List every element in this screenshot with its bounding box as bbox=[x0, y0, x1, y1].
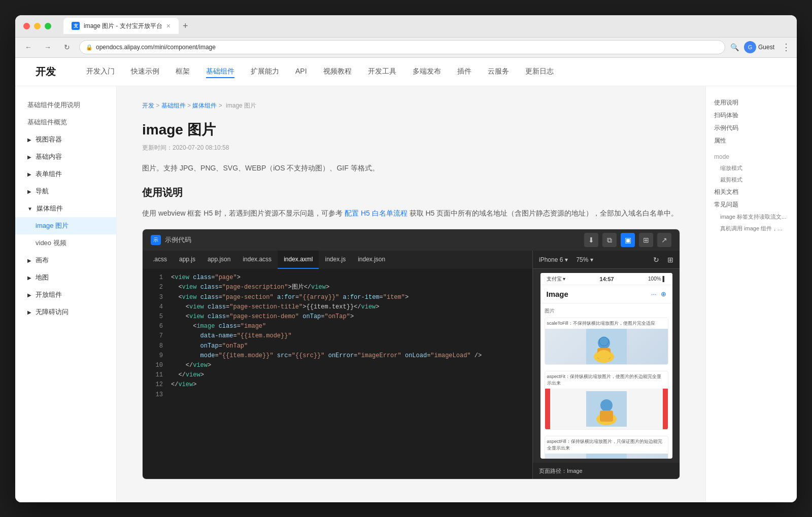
phone-content[interactable]: 图片 scaleToFill：不保持纵横比缩放图片，使图片完全适应 bbox=[540, 303, 672, 459]
code-line-8: 8 onTap="onTap" bbox=[143, 341, 532, 351]
toc-scale-mode[interactable]: 缩放模式 bbox=[714, 162, 789, 174]
sidebar-item-open[interactable]: ▶ 开放组件 bbox=[15, 286, 116, 303]
maximize-button[interactable] bbox=[45, 23, 51, 29]
nav-link-10[interactable]: 云服务 bbox=[488, 65, 509, 78]
toc-props[interactable]: 属性 bbox=[714, 134, 789, 147]
phone-image-caption-1: scaleToFill：不保持纵横比缩放图片，使图片完全适应 bbox=[545, 318, 668, 329]
toc-faq-2[interactable]: 真机调用 image 组件，... bbox=[714, 223, 789, 234]
sidebar-item-media[interactable]: ▼ 媒体组件 bbox=[15, 200, 116, 217]
demo-toolbar: 示 示例代码 ⬇ ⧉ ▣ ⊞ ↗ bbox=[143, 229, 680, 251]
close-button[interactable] bbox=[23, 23, 30, 29]
sidebar-item-basic-content[interactable]: ▶ 基础内容 bbox=[15, 148, 116, 165]
preview-refresh-button[interactable]: ↻ bbox=[653, 256, 659, 264]
nav-link-0[interactable]: 开发入门 bbox=[86, 65, 115, 78]
toc-code[interactable]: 示例代码 bbox=[714, 122, 789, 134]
grid-view-button[interactable]: ⊞ bbox=[639, 233, 653, 247]
phone-img-placeholder-1 bbox=[545, 329, 668, 364]
sidebar-item-video[interactable]: video 视频 bbox=[15, 234, 116, 252]
breadcrumb-components[interactable]: 基础组件 bbox=[161, 102, 186, 109]
doc-area: 开发 > 基础组件 > 媒体组件 > image 图片 image 图片 更新时… bbox=[117, 86, 705, 502]
nav-link-7[interactable]: 开发工具 bbox=[368, 65, 396, 78]
toc-qr[interactable]: 扫码体验 bbox=[714, 109, 789, 122]
toc-faq[interactable]: 常见问题 bbox=[714, 198, 789, 211]
phone-more-icon: ··· bbox=[651, 290, 657, 298]
nav-link-2[interactable]: 框架 bbox=[176, 65, 190, 78]
search-button[interactable]: 🔍 bbox=[730, 43, 739, 51]
zoom-chevron-icon: ▾ bbox=[590, 256, 593, 263]
nav-link-6[interactable]: 视频教程 bbox=[323, 65, 352, 78]
phone-app-header: Image ··· ⊕ bbox=[540, 285, 672, 303]
forward-button[interactable]: → bbox=[41, 40, 55, 54]
phone-img-placeholder-3 bbox=[545, 454, 668, 459]
update-time: 更新时间：2020-07-20 08:10:58 bbox=[142, 144, 680, 152]
file-tab-index-acss[interactable]: index.acss bbox=[236, 251, 278, 269]
sidebar-item-form[interactable]: ▶ 表单组件 bbox=[15, 165, 116, 183]
title-bar: 支 image 图片 - 支付宝开放平台 × + bbox=[15, 15, 797, 38]
breadcrumb-dev[interactable]: 开发 bbox=[142, 102, 154, 109]
sidebar-item-view-container[interactable]: ▶ 视图容器 bbox=[15, 131, 116, 148]
zoom-label: 75% bbox=[576, 256, 588, 263]
file-tabs: .acss app.js app.json index.acss index.a… bbox=[143, 251, 532, 269]
nav-link-4[interactable]: 扩展能力 bbox=[251, 65, 279, 78]
file-tab-index-axml[interactable]: index.axml bbox=[278, 251, 319, 269]
nav-link-5[interactable]: API bbox=[295, 65, 307, 78]
file-tab-appjs[interactable]: app.js bbox=[173, 251, 201, 269]
nav-links: 开发入门 快速示例 框架 基础组件 扩展能力 API 视频教程 开发工具 多端发… bbox=[86, 65, 554, 78]
code-line-1: 1 <view class="page"> bbox=[143, 273, 532, 283]
copy-button[interactable]: ⧉ bbox=[602, 233, 617, 247]
device-select[interactable]: iPhone 6 ▾ bbox=[539, 256, 568, 263]
minimize-button[interactable] bbox=[34, 23, 41, 29]
new-tab-button[interactable]: + bbox=[183, 21, 188, 31]
browser-tab[interactable]: 支 image 图片 - 支付宝开放平台 × bbox=[63, 18, 179, 34]
device-chevron-icon: ▾ bbox=[565, 256, 568, 263]
sidebar-item-guide[interactable]: 基础组件使用说明 bbox=[15, 96, 116, 114]
toc-faq-1[interactable]: image 标签支持读取流文... bbox=[714, 211, 789, 223]
phone-image-caption-2: aspectFit：保持纵横比缩放图片，使图片的长边能完全显示出来 bbox=[545, 371, 668, 389]
back-button[interactable]: ← bbox=[21, 40, 36, 54]
code-editor[interactable]: 1 <view class="page"> 2 <view class="pag… bbox=[143, 269, 532, 479]
code-line-10: 10 </view> bbox=[143, 361, 532, 370]
refresh-button[interactable]: ↻ bbox=[60, 40, 74, 54]
nav-link-8[interactable]: 多端发布 bbox=[413, 65, 441, 78]
svg-rect-9 bbox=[600, 410, 613, 422]
zoom-select[interactable]: 75% ▾ bbox=[576, 256, 593, 263]
sidebar-item-accessibility[interactable]: ▶ 无障碍访问 bbox=[15, 303, 116, 321]
file-tab-index-json[interactable]: index.json bbox=[352, 251, 391, 269]
sidebar-item-overview[interactable]: 基础组件概览 bbox=[15, 114, 116, 131]
nav-link-1[interactable]: 快速示例 bbox=[131, 65, 159, 78]
sidebar-item-image[interactable]: image 图片 bbox=[15, 217, 116, 234]
user-button[interactable]: G Guest bbox=[744, 41, 774, 53]
download-button[interactable]: ⬇ bbox=[584, 233, 598, 247]
phone-image-demo-2: aspectFit：保持纵横比缩放图片，使图片的长边能完全显示出来 bbox=[545, 371, 668, 430]
toc-usage[interactable]: 使用说明 bbox=[714, 96, 789, 109]
phone-screen: 支付宝 ▾ 14:57 100% ▌ Image ··· bbox=[540, 273, 672, 459]
sidebar-item-canvas[interactable]: ▶ 画布 bbox=[15, 252, 116, 269]
url-bar[interactable]: 🔒 opendocs.alipay.com/mini/component/ima… bbox=[79, 40, 725, 54]
sidebar-item-map[interactable]: ▶ 地图 bbox=[15, 269, 116, 286]
file-tab-index-js[interactable]: index.js bbox=[319, 251, 352, 269]
code-line-2: 2 <view class="page-description">图片</vie… bbox=[143, 283, 532, 292]
right-sidebar: 使用说明 扫码体验 示例代码 属性 mode 缩放模式 裁剪模式 相关文档 常见… bbox=[705, 86, 797, 502]
nav-link-11[interactable]: 更新日志 bbox=[525, 65, 554, 78]
sidebar-item-nav[interactable]: ▶ 导航 bbox=[15, 183, 116, 200]
toc-crop-mode[interactable]: 裁剪模式 bbox=[714, 174, 789, 186]
whitelist-link[interactable]: 配置 H5 白名单流程 bbox=[345, 209, 408, 217]
tab-close-button[interactable]: × bbox=[166, 22, 171, 30]
toc-related-docs[interactable]: 相关文档 bbox=[714, 186, 789, 198]
phone-battery: 100% ▌ bbox=[648, 276, 666, 282]
browser-menu-button[interactable]: ⋮ bbox=[782, 42, 791, 53]
breadcrumb-media[interactable]: 媒体组件 bbox=[192, 102, 217, 109]
split-view-button[interactable]: ▣ bbox=[621, 233, 635, 247]
file-tab-appjson[interactable]: app.json bbox=[201, 251, 236, 269]
code-line-13: 13 bbox=[143, 390, 532, 400]
preview-grid-button[interactable]: ⊞ bbox=[667, 256, 673, 264]
phone-status-bar: 支付宝 ▾ 14:57 100% ▌ bbox=[540, 273, 672, 285]
share-button[interactable]: ↗ bbox=[657, 233, 671, 247]
lock-icon: 🔒 bbox=[86, 44, 93, 51]
file-tab-acss[interactable]: .acss bbox=[147, 251, 173, 269]
nav-link-9[interactable]: 插件 bbox=[457, 65, 471, 78]
user-avatar: G bbox=[744, 41, 756, 53]
phone-frame: 支付宝 ▾ 14:57 100% ▌ Image ··· bbox=[533, 269, 680, 463]
phone-img-placeholder-2 bbox=[545, 389, 668, 429]
nav-link-3[interactable]: 基础组件 bbox=[206, 65, 234, 78]
